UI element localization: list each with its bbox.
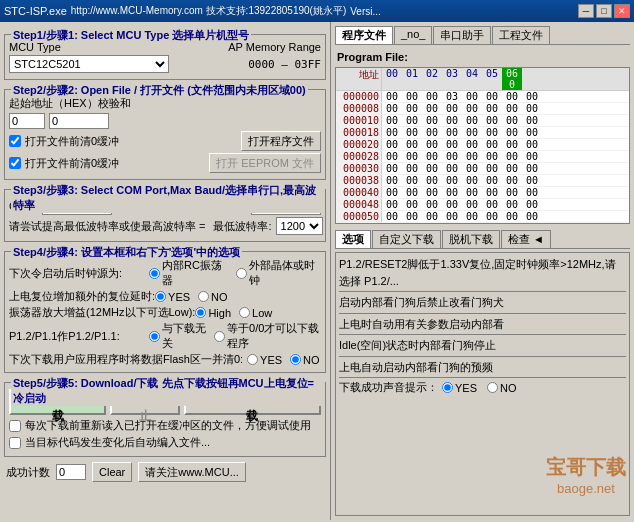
tab-options[interactable]: 选项	[335, 230, 371, 248]
hex-cell-5-2: 00	[422, 151, 442, 162]
tab-serial-helper[interactable]: 串口助手	[433, 26, 491, 44]
auto-update-cb[interactable]	[9, 437, 21, 449]
external-crystal-label: 外部晶体或时钟	[249, 258, 321, 288]
tab-project[interactable]: 工程文件	[492, 26, 550, 44]
mcu-type-select[interactable]: STC12C5201	[9, 55, 169, 73]
hex-cell-4-1: 00	[402, 139, 422, 150]
hex-cell-7-4: 00	[462, 175, 482, 186]
hex-cell-5-6: 00	[502, 151, 522, 162]
clear-button[interactable]: Clear	[92, 462, 132, 482]
hex-cell-7-7: 00	[522, 175, 542, 186]
hex-cell-6-5: 00	[482, 163, 502, 174]
hex-cell-2-7: 00	[522, 115, 542, 126]
gain-low-radio[interactable]	[239, 307, 250, 318]
reload-file-label: 每次下载前重新读入已打开在缓冲区的文件，方便调试使用	[25, 418, 311, 433]
step4-row5-options: YES NO	[247, 354, 320, 366]
sound-yes-radio[interactable]	[442, 382, 453, 393]
clear-buffer-cb2[interactable]	[9, 157, 21, 169]
hex-addr-3: 000018	[336, 127, 382, 138]
hex-cell-0-3: 03	[442, 91, 462, 102]
hex-addr-10: 000050	[336, 211, 382, 222]
hex-cell-2-3: 00	[442, 115, 462, 126]
hex-addr-4: 000020	[336, 139, 382, 150]
hex-cell-9-2: 00	[422, 199, 442, 210]
title-bar: STC-ISP.exe http://www.MCU-Memory.com 技术…	[0, 0, 634, 22]
step2-addr-label: 起始地址（HEX）校验和	[9, 96, 131, 111]
hex-cell-4-5: 00	[482, 139, 502, 150]
tab-check[interactable]: 检查 ◄	[501, 230, 551, 248]
maximize-button[interactable]: □	[596, 4, 612, 18]
hex-row-2: 0000100000000000000000	[336, 115, 629, 127]
flash-no-radio[interactable]	[290, 354, 301, 365]
hex-cell-9-3: 00	[442, 199, 462, 210]
hex-row-3: 0000180000000000000000	[336, 127, 629, 139]
step3-title: Step3/步骤3: Select COM Port,Max Baud/选择串行…	[11, 183, 325, 213]
minimize-button[interactable]: ─	[578, 4, 594, 18]
gain-high-radio[interactable]	[195, 307, 206, 318]
hex-cell-1-0: 00	[382, 103, 402, 114]
hex-cell-0-7: 00	[522, 91, 542, 102]
step2-title: Step2/步骤2: Open File / 打开文件 (文件范围内未用区域00…	[11, 83, 308, 98]
tab-offline-download[interactable]: 脱机下载	[442, 230, 500, 248]
hex-cell-3-2: 00	[422, 127, 442, 138]
hex-row-9: 0000480000000000000000	[336, 199, 629, 211]
sound-no-radio[interactable]	[487, 382, 498, 393]
p12-dl-radio[interactable]	[214, 331, 225, 342]
hex-cell-10-6: 00	[502, 211, 522, 222]
internal-rc-radio[interactable]	[149, 268, 160, 279]
hex-row-8: 0000400000000000000000	[336, 187, 629, 199]
step1-title: Step1/步骤1: Select MCU Type 选择单片机型号	[11, 28, 251, 43]
hex-cell-6-0: 00	[382, 163, 402, 174]
close-button[interactable]: ✕	[614, 4, 630, 18]
hex-cell-1-3: 00	[442, 103, 462, 114]
about-button[interactable]: 请关注www.MCU...	[138, 462, 246, 482]
hex-cell-8-3: 00	[442, 187, 462, 198]
ap-range-value: 0000 — 03FF	[248, 58, 321, 71]
open-eeprom-btn[interactable]: 打开 EEPROM 文件	[209, 153, 321, 173]
hex-cell-0-5: 00	[482, 91, 502, 102]
hex-col-04: 04	[462, 68, 482, 90]
tab-custom-download[interactable]: 自定义下载	[372, 230, 441, 248]
hex-cell-8-5: 00	[482, 187, 502, 198]
sound-no-label: NO	[500, 382, 517, 394]
success-count-input[interactable]	[56, 464, 86, 480]
external-crystal-radio[interactable]	[236, 268, 247, 279]
p12-nodl-radio[interactable]	[149, 331, 160, 342]
tab-no[interactable]: _no_	[394, 26, 432, 44]
hex-cell-7-2: 00	[422, 175, 442, 186]
clear-buffer-cb1[interactable]	[9, 135, 21, 147]
flash-no-label: NO	[303, 354, 320, 366]
hex-col-01: 01	[402, 68, 422, 90]
hex-cell-7-6: 00	[502, 175, 522, 186]
open-program-btn[interactable]: 打开程序文件	[241, 131, 321, 151]
hex-cell-5-5: 00	[482, 151, 502, 162]
hex-cell-9-0: 00	[382, 199, 402, 210]
hex-row-7: 0000380000000000000000	[336, 175, 629, 187]
gain-low-label: Low	[252, 307, 272, 319]
hex-cell-4-4: 00	[462, 139, 482, 150]
flash-yes-radio[interactable]	[247, 354, 258, 365]
reload-file-cb[interactable]	[9, 420, 21, 432]
reset-yes-radio[interactable]	[155, 291, 166, 302]
hex-cell-9-5: 00	[482, 199, 502, 210]
hex-cell-0-2: 00	[422, 91, 442, 102]
min-baud-select[interactable]: 1200	[276, 217, 323, 235]
hex-cell-3-4: 00	[462, 127, 482, 138]
hex-cell-2-2: 00	[422, 115, 442, 126]
step4-group: Step4/步骤4: 设置本框和右下方'选项'中的选项 下次令启动后时钟源为: …	[4, 251, 326, 373]
hex-cell-8-2: 00	[422, 187, 442, 198]
flash-yes-label: YES	[260, 354, 282, 366]
checksum-input[interactable]	[49, 113, 109, 129]
step5-group: Step5/步骤5: Download/下载 先点下载按钮再MCU上电复位=冷启…	[4, 382, 326, 457]
hex-cell-10-3: 00	[442, 211, 462, 222]
step4-row4-options: 与下载无关 等于0/0才可以下载程序	[149, 321, 321, 351]
reset-no-radio[interactable]	[198, 291, 209, 302]
hex-cell-4-7: 00	[522, 139, 542, 150]
tab-program-file[interactable]: 程序文件	[335, 26, 393, 44]
p12-dl-label: 等于0/0才可以下载程序	[227, 321, 321, 351]
options-text1: P1.2/RESET2脚低于1.33V复位,固定时钟频率>12MHz,请选择 P…	[339, 256, 626, 289]
reset-yes-label: YES	[168, 291, 190, 303]
options-text4: Idle(空间)状态时内部看门狗停止	[339, 337, 626, 354]
start-address-input[interactable]	[9, 113, 45, 129]
hex-cell-4-6: 00	[502, 139, 522, 150]
